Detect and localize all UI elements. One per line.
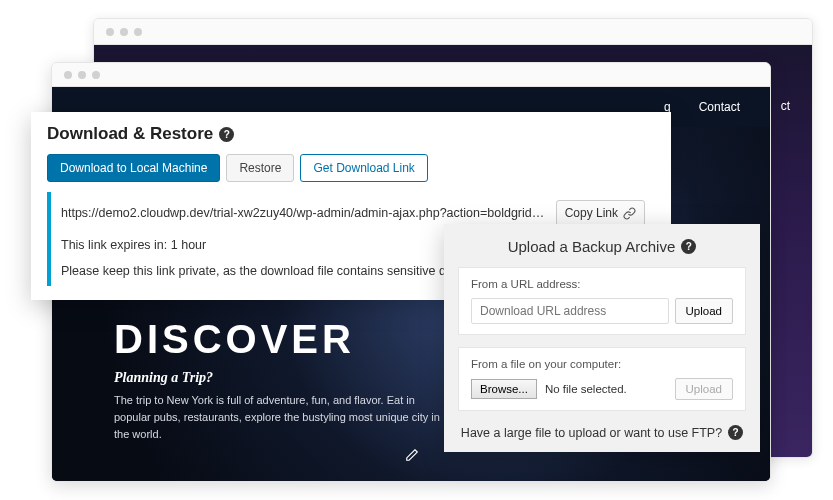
link-icon: [623, 207, 636, 220]
download-local-button[interactable]: Download to Local Machine: [47, 154, 220, 182]
restore-button[interactable]: Restore: [226, 154, 294, 182]
url-input[interactable]: [471, 298, 669, 324]
ftp-prompt: Have a large file to upload or want to u…: [458, 425, 746, 440]
window-chrome: [52, 63, 770, 87]
upload-panel-heading-text: Upload a Backup Archive: [508, 238, 676, 255]
upload-file-button: Upload: [675, 378, 733, 400]
window-dots: [106, 28, 142, 36]
url-section-label: From a URL address:: [471, 278, 733, 290]
copy-link-button[interactable]: Copy Link: [556, 200, 645, 226]
upload-backup-panel: Upload a Backup Archive ? From a URL add…: [444, 224, 760, 452]
dot-icon: [78, 71, 86, 79]
help-icon[interactable]: ?: [728, 425, 743, 440]
copy-link-label: Copy Link: [565, 206, 618, 220]
dot-icon: [92, 71, 100, 79]
file-selected-status: No file selected.: [545, 383, 667, 395]
nav-fragment: ct: [781, 99, 790, 113]
dot-icon: [106, 28, 114, 36]
upload-url-button[interactable]: Upload: [675, 298, 733, 324]
ftp-prompt-text: Have a large file to upload or want to u…: [461, 426, 722, 440]
hero-body: The trip to New York is full of adventur…: [114, 392, 444, 443]
window-dots: [64, 71, 100, 79]
browse-button[interactable]: Browse...: [471, 379, 537, 399]
help-icon[interactable]: ?: [681, 239, 696, 254]
help-icon[interactable]: ?: [219, 127, 234, 142]
download-link-url: https://demo2.cloudwp.dev/trial-xw2zuy40…: [61, 206, 548, 220]
hero-title: DISCOVER: [114, 317, 444, 362]
get-download-link-button[interactable]: Get Download Link: [300, 154, 427, 182]
hero-subtitle: Planning a Trip?: [114, 370, 444, 386]
pencil-icon[interactable]: [400, 443, 424, 467]
nav-link-contact[interactable]: Contact: [699, 100, 740, 114]
button-row: Download to Local Machine Restore Get Do…: [47, 154, 655, 182]
upload-from-url-block: From a URL address: Upload: [458, 267, 746, 335]
window-chrome: [94, 19, 812, 45]
dot-icon: [120, 28, 128, 36]
upload-panel-heading: Upload a Backup Archive ?: [458, 238, 746, 255]
panel-heading-text: Download & Restore: [47, 124, 213, 144]
file-section-label: From a file on your computer:: [471, 358, 733, 370]
panel-heading: Download & Restore ?: [47, 124, 655, 144]
dot-icon: [64, 71, 72, 79]
upload-from-file-block: From a file on your computer: Browse... …: [458, 347, 746, 411]
dot-icon: [134, 28, 142, 36]
